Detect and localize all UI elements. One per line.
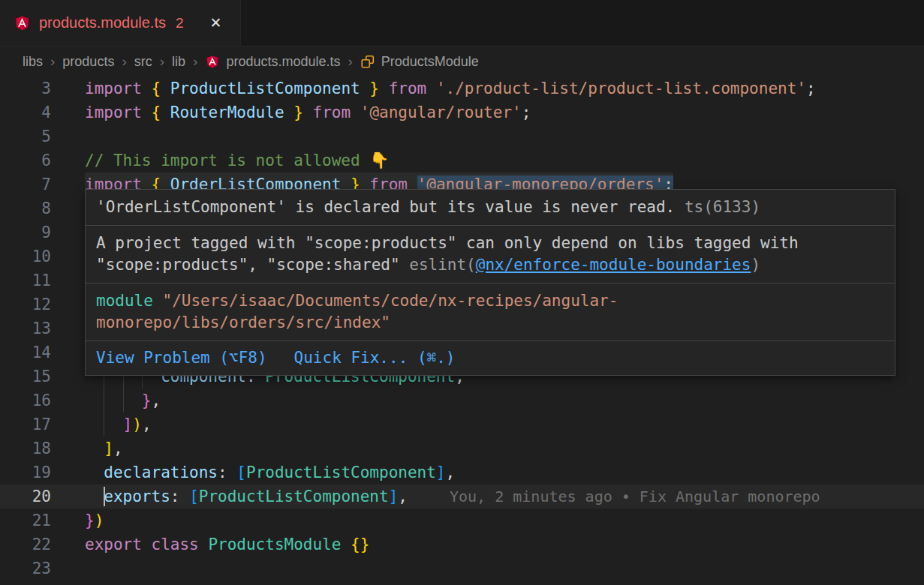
breadcrumb-separator: › xyxy=(160,53,164,70)
code-line-6[interactable]: 6// This import is not allowed 👇 xyxy=(0,148,924,172)
angular-icon xyxy=(205,54,220,69)
breadcrumb-separator: › xyxy=(50,53,55,70)
code-text: }) xyxy=(85,508,104,532)
code-text: import { ProductListComponent } from './… xyxy=(85,76,816,100)
hover-message-row: "scope:products", "scope:shared" eslint(… xyxy=(96,254,884,276)
line-number: 23 xyxy=(0,556,85,580)
popup-action-view[interactable]: View Problem (⌥F8) xyxy=(96,347,267,369)
line-number: 3 xyxy=(0,76,85,100)
breadcrumb-label: products xyxy=(62,54,114,70)
breadcrumb-label: products.module.ts xyxy=(226,54,340,70)
code-line-19[interactable]: 19 declarations: [ProductListComponent], xyxy=(0,460,924,484)
line-number: 9 xyxy=(0,220,85,244)
code-text: // This import is not allowed 👇 xyxy=(85,148,390,172)
editor-tab-bar: products.module.ts 2 ✕ xyxy=(0,0,924,46)
hover-message-row: 'OrderListComponent' is declared but its… xyxy=(96,196,884,218)
code-text: ], xyxy=(85,436,123,460)
breadcrumb-item-productsmodule[interactable]: ProductsModule xyxy=(360,54,479,70)
class-icon xyxy=(360,54,375,69)
code-line-3[interactable]: 3import { ProductListComponent } from '.… xyxy=(0,76,924,100)
code-text: declarations: [ProductListComponent], xyxy=(85,460,455,484)
code-line-23[interactable]: 23 xyxy=(0,556,924,580)
line-number: 12 xyxy=(0,292,85,316)
code-text: exports: [ProductListComponent], xyxy=(85,484,408,508)
hover-message-row: A project tagged with "scope:products" c… xyxy=(96,232,884,254)
git-blame-annotation: You, 2 minutes ago • Fix Angular monorep… xyxy=(450,484,820,508)
line-number: 4 xyxy=(0,100,85,124)
code-line-20[interactable]: 20 exports: [ProductListComponent],You, … xyxy=(0,484,924,508)
line-number: 5 xyxy=(0,124,85,148)
line-number: 17 xyxy=(0,412,85,436)
breadcrumb-separator: › xyxy=(122,53,126,70)
line-number: 7 xyxy=(0,172,85,196)
problem-hover-messages: 'OrderListComponent' is declared but its… xyxy=(86,190,895,341)
hover-message-section: module "/Users/isaac/Documents/code/nx-r… xyxy=(86,284,895,341)
problem-hover-popup: 'OrderListComponent' is declared but its… xyxy=(85,189,895,376)
breadcrumb-item-libs[interactable]: libs xyxy=(23,54,43,70)
hover-message-row: monorepo/libs/orders/src/index" xyxy=(96,312,884,334)
code-line-21[interactable]: 21}) xyxy=(0,508,924,532)
line-number: 15 xyxy=(0,364,85,388)
code-text: ]), xyxy=(85,412,152,436)
code-editor[interactable]: 3import { ProductListComponent } from '.… xyxy=(0,76,924,585)
line-number: 16 xyxy=(0,388,85,412)
angular-icon xyxy=(14,14,31,32)
vscode-window: products.module.ts 2 ✕ libs›products›src… xyxy=(0,0,924,585)
line-number: 8 xyxy=(0,196,85,220)
line-number: 14 xyxy=(0,340,85,364)
breadcrumb-item-src[interactable]: src xyxy=(134,54,152,70)
line-number: 11 xyxy=(0,268,85,292)
line-number: 21 xyxy=(0,508,85,532)
code-line-5[interactable]: 5 xyxy=(0,124,924,148)
popup-action-quick[interactable]: Quick Fix... (⌘.) xyxy=(294,347,456,369)
code-line-4[interactable]: 4import { RouterModule } from '@angular/… xyxy=(0,100,924,124)
breadcrumb-item-lib[interactable]: lib xyxy=(172,54,185,70)
breadcrumb-label: libs xyxy=(23,54,43,70)
code-text: import { RouterModule } from '@angular/r… xyxy=(85,100,531,124)
tab-problem-count-badge: 2 xyxy=(176,15,184,32)
breadcrumb: libs›products›src›lib›products.module.ts… xyxy=(0,46,924,76)
code-line-17[interactable]: 17 ]), xyxy=(0,412,924,436)
text-cursor xyxy=(104,487,105,506)
line-number: 13 xyxy=(0,316,85,340)
hover-message-section: 'OrderListComponent' is declared but its… xyxy=(86,190,895,226)
hover-message-section: A project tagged with "scope:products" c… xyxy=(86,226,895,284)
close-tab-icon[interactable]: ✕ xyxy=(206,13,227,34)
breadcrumb-label: ProductsModule xyxy=(381,54,479,70)
line-number: 10 xyxy=(0,244,85,268)
breadcrumb-item-products[interactable]: products xyxy=(62,54,114,70)
breadcrumb-label: lib xyxy=(172,54,185,70)
line-number: 22 xyxy=(0,532,85,556)
hover-message-row: module "/Users/isaac/Documents/code/nx-r… xyxy=(96,290,884,312)
code-line-16[interactable]: 16 }, xyxy=(0,388,924,412)
line-number: 20 xyxy=(0,484,85,508)
line-number: 18 xyxy=(0,436,85,460)
code-text: export class ProductsModule {} xyxy=(85,532,369,556)
breadcrumb-label: src xyxy=(134,54,152,70)
code-line-22[interactable]: 22export class ProductsModule {} xyxy=(0,532,924,556)
problem-hover-actions: View Problem (⌥F8)Quick Fix... (⌘.) xyxy=(86,341,895,375)
tab-products-module-ts[interactable]: products.module.ts 2 ✕ xyxy=(0,0,241,46)
breadcrumb-separator: › xyxy=(193,53,197,70)
breadcrumb-item-products-module-ts[interactable]: products.module.ts xyxy=(205,54,340,70)
line-number: 19 xyxy=(0,460,85,484)
eslint-rule-link[interactable]: @nx/enforce-module-boundaries xyxy=(476,256,751,274)
line-number: 6 xyxy=(0,148,85,172)
code-line-18[interactable]: 18 ], xyxy=(0,436,924,460)
breadcrumb-separator: › xyxy=(348,53,352,70)
tab-filename: products.module.ts xyxy=(39,14,166,32)
